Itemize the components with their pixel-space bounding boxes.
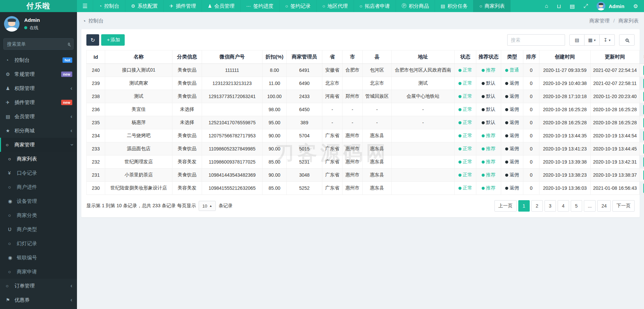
status-dot-icon bbox=[482, 134, 485, 137]
column-header[interactable]: 名称 bbox=[105, 50, 172, 64]
breadcrumb-separator: / bbox=[613, 18, 615, 24]
status-label: 返佣 bbox=[510, 185, 519, 191]
cell-sort: 0 bbox=[523, 77, 539, 90]
cell-status: 正常 bbox=[455, 156, 476, 169]
hamburger-icon[interactable]: ☰ bbox=[77, 0, 93, 12]
column-header[interactable]: 县 bbox=[363, 50, 392, 64]
page-size-dropdown[interactable]: 10 ▲ bbox=[199, 201, 216, 211]
cell-manager: 389 bbox=[287, 116, 322, 129]
nav-item-region-agent[interactable]: ○地区代理 bbox=[316, 0, 353, 12]
navbar-user[interactable]: Admin bbox=[597, 2, 625, 10]
column-header[interactable]: 地址 bbox=[392, 50, 455, 64]
search-button[interactable] bbox=[619, 34, 635, 46]
cell-county: 包河区 bbox=[363, 64, 392, 77]
sidebar-item-password-record[interactable]: ¥口令记录 bbox=[0, 166, 77, 180]
detail-view-button[interactable]: ▤ bbox=[569, 34, 585, 46]
column-header[interactable]: 商家管理员 bbox=[287, 50, 322, 64]
table-search-input[interactable] bbox=[507, 34, 565, 46]
status-label: 返佣 bbox=[510, 133, 519, 139]
nav-item-merchant-list[interactable]: ○商家列表 bbox=[473, 0, 510, 12]
export-button[interactable]: ↧▾ bbox=[600, 34, 615, 46]
circle-o-icon: ○ bbox=[8, 156, 17, 162]
add-button[interactable]: ＋添加 bbox=[101, 34, 125, 46]
nav-item-points-task[interactable]: ▤积分任务 bbox=[435, 0, 473, 12]
column-header[interactable]: 微信商户号 bbox=[202, 50, 263, 64]
cell-address: - bbox=[392, 116, 455, 129]
doc-icon[interactable]: ▤ bbox=[570, 3, 575, 9]
column-header[interactable]: 创建时间 bbox=[539, 50, 591, 64]
column-header[interactable]: 市 bbox=[343, 50, 363, 64]
sidebar-item-label: 银联编号 bbox=[17, 255, 72, 261]
sidebar-item-unionpay-number[interactable]: ◉银联编号 bbox=[0, 251, 77, 265]
cell-city: 惠州市 bbox=[343, 156, 363, 169]
status-label: 正常 bbox=[463, 93, 472, 99]
breadcrumb-left[interactable]: 控制台 bbox=[88, 18, 104, 24]
nav-item-plugin-manage[interactable]: ✈插件管理 bbox=[163, 0, 202, 12]
sidebar-item-console[interactable]: ◔控制台hot bbox=[0, 53, 77, 67]
column-header[interactable]: 推荐状态 bbox=[476, 50, 501, 64]
page-button-3[interactable]: 3 bbox=[545, 200, 556, 212]
fullscreen-icon[interactable]: ⤢ bbox=[583, 3, 588, 9]
home-icon[interactable]: ⌂ bbox=[545, 3, 548, 9]
page-button-2[interactable]: 2 bbox=[531, 200, 543, 212]
add-button-label: ＋添加 bbox=[106, 37, 120, 43]
columns-button[interactable]: ▦▾ bbox=[585, 34, 600, 46]
status-label: 返佣 bbox=[510, 80, 519, 86]
column-header[interactable]: 更新时间 bbox=[591, 50, 640, 64]
column-header[interactable]: 折扣(%) bbox=[263, 50, 287, 64]
column-header[interactable]: 排序 bbox=[523, 50, 539, 64]
sidebar-item-merchant-list[interactable]: ○商家列表 bbox=[0, 152, 77, 166]
column-header[interactable]: 分类信息 bbox=[172, 50, 202, 64]
nav-item-member-manage[interactable]: ♟会员管理 bbox=[202, 0, 240, 12]
sidebar-item-merchant-type[interactable]: Ʋ商户类型 bbox=[0, 222, 77, 236]
sidebar-item-merchant-incoming[interactable]: ○商户进件 bbox=[0, 180, 77, 194]
sidebar-item-order-manage[interactable]: ○订单管理‹ bbox=[0, 279, 77, 293]
sidebar-item-slide-record[interactable]: ○幻灯记录 bbox=[0, 236, 77, 251]
nav-item-console[interactable]: ◔控制台 bbox=[93, 0, 125, 12]
sidebar-item-coupon[interactable]: ⚑优惠券‹ bbox=[0, 293, 77, 307]
avatar[interactable] bbox=[4, 16, 19, 32]
sidebar-search[interactable] bbox=[3, 38, 74, 50]
sidebar-search-input[interactable] bbox=[7, 41, 68, 47]
sidebar-item-general-manage[interactable]: ⚙常规管理new bbox=[0, 67, 77, 81]
trash-icon[interactable]: ⊔ bbox=[557, 3, 561, 9]
cell-name: 测试商家 bbox=[105, 77, 172, 90]
next-page-button[interactable]: 下一页 bbox=[612, 200, 635, 212]
refresh-button[interactable]: ↻ bbox=[86, 34, 99, 46]
sidebar-item-member-manage[interactable]: ▤会员管理‹ bbox=[0, 109, 77, 124]
main-content: ◔ 控制台 商家管理 / 商家列表 刀客源码网 ↻ ＋添加 ▤▦▾↧▾ bbox=[77, 12, 644, 309]
users-icon: ♟ bbox=[6, 86, 14, 91]
sidebar-item-merchant-manage[interactable]: ○商家管理‹ bbox=[0, 138, 77, 152]
cell-type: 返佣 bbox=[501, 116, 523, 129]
sidebar-item-merchant-apply[interactable]: ○商家申请 bbox=[0, 265, 77, 279]
nav-item-sign-record[interactable]: ○签约记录 bbox=[279, 0, 316, 12]
table-row: 238测试美食饮品129137735172063241100.002433河南省… bbox=[87, 90, 644, 103]
nav-item-system-config[interactable]: ⚙系统配置 bbox=[125, 0, 164, 12]
sidebar-item-merchant-category[interactable]: ○商家分类 bbox=[0, 208, 77, 222]
nav-item-points-goods[interactable]: Ⓟ积分商品 bbox=[396, 0, 435, 12]
cell-city: 合肥市 bbox=[343, 64, 363, 77]
sidebar-item-auth-manage[interactable]: ♟权限管理‹ bbox=[0, 81, 77, 95]
cell-sort: 0 bbox=[523, 169, 539, 182]
cell-sort: 0 bbox=[523, 103, 539, 116]
nav-item-sign-progress[interactable]: ⋯签约进度 bbox=[240, 0, 279, 12]
sidebar-item-plugin-manage[interactable]: ✈插件管理new bbox=[0, 95, 77, 109]
column-header[interactable]: 省 bbox=[322, 50, 343, 64]
status-dot-icon bbox=[458, 108, 461, 111]
status-dot-icon bbox=[458, 187, 461, 190]
column-header[interactable]: 状态 bbox=[455, 50, 476, 64]
page-button-1[interactable]: 1 bbox=[518, 200, 530, 212]
page-button-4[interactable]: 4 bbox=[558, 200, 569, 212]
sidebar-item-device-manage[interactable]: ◉设备管理 bbox=[0, 194, 77, 208]
page-button-24[interactable]: 24 bbox=[597, 200, 611, 212]
task-list-icon: ▤ bbox=[441, 3, 445, 9]
column-header[interactable]: Id bbox=[87, 50, 105, 64]
nav-item-shop-apply[interactable]: ○拓店者申请 bbox=[354, 0, 396, 12]
gears-icon[interactable]: ⚙ bbox=[633, 3, 638, 9]
page-button-5[interactable]: 5 bbox=[571, 200, 582, 212]
breadcrumb-section[interactable]: 商家管理 bbox=[589, 18, 609, 24]
column-header[interactable]: 类型 bbox=[501, 50, 523, 64]
column-header[interactable]: 操作 bbox=[640, 50, 644, 64]
prev-page-button[interactable]: 上一页 bbox=[494, 200, 517, 212]
sidebar-item-points-mall[interactable]: ★积分商城‹ bbox=[0, 124, 77, 138]
